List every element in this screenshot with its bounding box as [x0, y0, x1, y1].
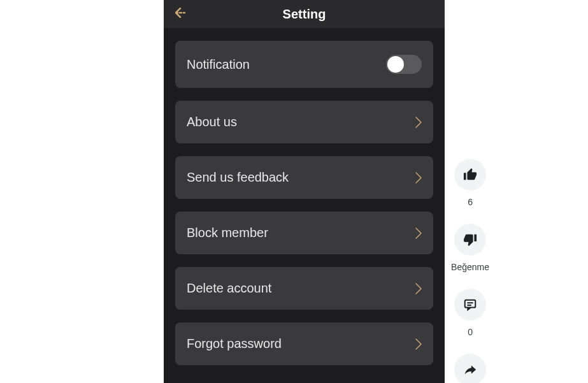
sidebar-actions: 6 Beğenme 0 — [451, 159, 489, 383]
chevron-right-icon — [415, 283, 422, 294]
setting-block-member[interactable]: Block member — [175, 212, 433, 254]
comment-action-item: 0 — [454, 289, 486, 337]
svg-rect-1 — [465, 300, 476, 308]
page-title: Setting — [283, 7, 326, 22]
setting-label: Forgot password — [187, 336, 282, 351]
notification-toggle[interactable] — [386, 55, 422, 74]
setting-label: Block member — [187, 226, 268, 240]
dislike-label: Beğenme — [451, 262, 489, 272]
comment-icon — [463, 298, 477, 312]
setting-notification[interactable]: Notification — [175, 41, 433, 88]
setting-label: Notification — [187, 57, 250, 72]
like-count: 6 — [468, 197, 473, 207]
dislike-button[interactable] — [454, 224, 486, 256]
comment-count: 0 — [468, 327, 473, 337]
setting-label: About us — [187, 115, 237, 129]
like-button[interactable] — [454, 159, 486, 191]
setting-label: Delete account — [187, 281, 271, 296]
chevron-right-icon — [415, 228, 422, 239]
header: Setting — [164, 0, 445, 28]
chevron-right-icon — [415, 338, 422, 350]
back-button[interactable] — [175, 8, 190, 20]
setting-feedback[interactable]: Send us feedback — [175, 156, 433, 199]
setting-about-us[interactable]: About us — [175, 101, 433, 143]
chevron-right-icon — [415, 117, 422, 128]
thumbs-down-icon — [463, 233, 477, 247]
back-arrow-icon — [175, 8, 190, 18]
phone-frame: Setting Notification About us Send us fe… — [164, 0, 445, 383]
dislike-action-item: Beğenme — [451, 224, 489, 272]
share-action-item — [454, 354, 486, 383]
share-button[interactable] — [454, 354, 486, 383]
like-action-item: 6 — [454, 159, 486, 207]
setting-delete-account[interactable]: Delete account — [175, 267, 433, 310]
settings-list: Notification About us Send us feedback B — [164, 28, 445, 365]
thumbs-up-icon — [463, 168, 477, 182]
setting-label: Send us feedback — [187, 170, 289, 185]
setting-forgot-password[interactable]: Forgot password — [175, 322, 433, 365]
chevron-right-icon — [415, 172, 422, 184]
toggle-knob — [387, 56, 404, 73]
share-icon — [463, 363, 477, 377]
comment-button[interactable] — [454, 289, 486, 321]
